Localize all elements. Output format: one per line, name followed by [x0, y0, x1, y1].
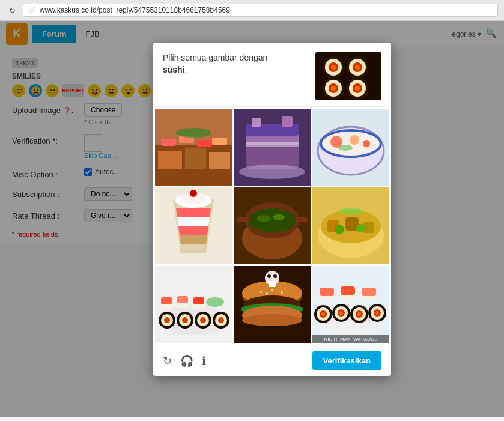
modal-footer: ↻ 🎧 ℹ Verifikasikan [153, 345, 391, 376]
svg-rect-129 [362, 288, 376, 296]
svg-rect-125 [320, 288, 334, 296]
grid-cell-8[interactable] [234, 266, 311, 343]
svg-rect-21 [197, 140, 212, 147]
svg-marker-47 [177, 217, 210, 226]
verify-button[interactable]: Verifikasikan [312, 351, 382, 370]
svg-point-42 [338, 145, 353, 151]
browser-bar: ↻ 📄 www.kaskus.co.id/post_reply/54755310… [0, 0, 504, 21]
svg-rect-66 [363, 222, 374, 233]
grid-cell-9-label: NIGIRI MAKI VARIADOS [312, 335, 389, 343]
grid-cell-7[interactable] [155, 266, 232, 343]
image-grid: NIGIRI MAKI VARIADOS [153, 107, 391, 345]
svg-point-123 [375, 311, 379, 315]
refresh-captcha-icon[interactable]: ↻ [163, 354, 172, 368]
grid-cell-5[interactable] [234, 187, 311, 264]
browser-refresh-icon[interactable]: ↻ [6, 4, 18, 16]
sushi-sample-svg [315, 52, 381, 100]
svg-point-40 [350, 135, 359, 145]
grid-cell-3[interactable] [312, 109, 389, 186]
svg-rect-33 [282, 116, 293, 127]
svg-marker-46 [176, 208, 211, 217]
lock-icon: 📄 [28, 7, 37, 14]
svg-rect-75 [177, 296, 188, 303]
svg-point-111 [321, 312, 325, 316]
svg-rect-59 [237, 217, 249, 222]
svg-rect-73 [161, 297, 172, 304]
svg-point-4 [331, 65, 336, 70]
url-text: www.kaskus.co.id/post_reply/54755310118b… [40, 6, 230, 14]
grid-cell-4[interactable] [155, 187, 232, 264]
audio-captcha-icon[interactable]: 🎧 [180, 354, 193, 368]
svg-point-12 [331, 86, 336, 91]
svg-point-86 [200, 317, 206, 323]
svg-point-34 [239, 165, 305, 179]
svg-rect-24 [185, 148, 206, 169]
modal-instruction: Pilih semua gambar dengan sushi. [163, 52, 306, 76]
modal-header: Pilih semua gambar dengan sushi. [153, 43, 391, 107]
svg-point-90 [206, 297, 224, 307]
svg-rect-60 [296, 217, 308, 222]
svg-point-89 [218, 317, 224, 323]
keyword-text: sushi [163, 65, 185, 74]
info-icon[interactable]: ℹ [202, 354, 206, 368]
svg-rect-23 [158, 151, 182, 169]
svg-point-105 [266, 292, 268, 295]
svg-rect-19 [161, 139, 176, 146]
svg-point-102 [260, 291, 262, 293]
svg-point-119 [357, 312, 361, 316]
svg-rect-77 [193, 297, 204, 304]
svg-point-58 [273, 214, 285, 220]
svg-point-52 [190, 190, 197, 197]
captcha-modal: Pilih semua gambar dengan sushi. [153, 43, 391, 376]
svg-point-103 [271, 289, 273, 291]
svg-point-104 [281, 291, 283, 294]
svg-point-16 [355, 86, 360, 91]
sample-sushi-image [315, 52, 381, 100]
svg-rect-22 [212, 138, 227, 145]
svg-point-97 [273, 274, 277, 278]
svg-point-41 [363, 140, 370, 147]
svg-point-101 [242, 314, 302, 326]
instruction-text: Pilih semua gambar dengan [163, 53, 267, 62]
svg-rect-25 [209, 152, 230, 169]
svg-point-80 [164, 317, 170, 323]
svg-point-96 [267, 274, 271, 278]
svg-point-83 [182, 317, 188, 323]
svg-rect-127 [341, 286, 355, 295]
svg-marker-49 [180, 235, 207, 244]
svg-point-67 [335, 225, 344, 234]
svg-rect-95 [269, 281, 276, 287]
svg-marker-48 [178, 226, 208, 235]
svg-point-57 [257, 215, 271, 222]
page-content: K Forum FJB egories ▾ 🔍 19923 SMILIES 😊 … [0, 21, 504, 417]
svg-rect-32 [252, 118, 261, 127]
grid-cell-2[interactable] [234, 109, 311, 186]
svg-point-26 [175, 128, 211, 138]
svg-rect-30 [246, 142, 299, 147]
footer-icons: ↻ 🎧 ℹ [163, 354, 206, 368]
grid-cell-9[interactable]: NIGIRI MAKI VARIADOS [312, 266, 389, 343]
svg-point-115 [339, 311, 343, 315]
svg-point-56 [248, 208, 296, 232]
grid-cell-6[interactable] [312, 187, 389, 264]
svg-point-69 [339, 208, 363, 215]
address-bar[interactable]: 📄 www.kaskus.co.id/post_reply/5475531011… [23, 4, 498, 17]
grid-cell-1[interactable] [155, 109, 232, 186]
svg-point-8 [355, 65, 360, 70]
svg-point-68 [356, 224, 365, 232]
